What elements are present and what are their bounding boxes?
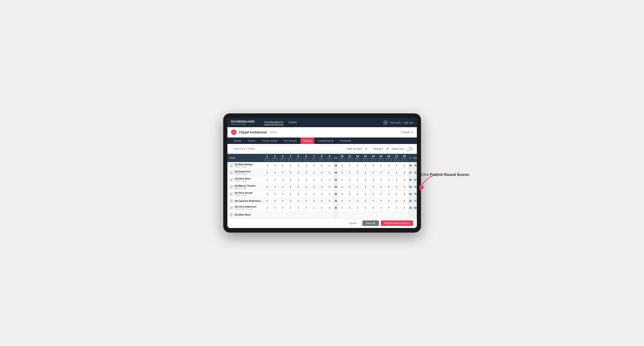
score-in-16[interactable] [385,190,393,198]
score-input-in-13[interactable] [363,207,368,209]
score-out-8[interactable] [318,183,326,190]
score-input-in-15[interactable] [378,207,384,209]
score-in-17[interactable] [393,190,400,198]
score-input-out-5[interactable] [296,207,301,209]
score-input-in-17[interactable] [394,165,399,167]
score-input-out-4[interactable] [288,179,293,181]
score-input-in-14[interactable] [371,186,376,188]
score-input-in-16[interactable] [386,165,391,167]
score-input-in-13[interactable] [363,172,368,174]
score-input-in-11[interactable] [347,193,352,195]
score-input-out-5[interactable] [296,193,301,195]
score-input-out-6[interactable] [304,165,309,167]
score-out-4[interactable] [287,176,294,183]
score-input-in-10[interactable] [340,165,345,167]
score-input-in-13[interactable] [363,213,368,216]
score-in-15[interactable] [377,183,385,190]
score-input-in-18[interactable] [402,200,407,202]
score-out-9[interactable] [326,176,334,183]
score-in-15[interactable] [377,169,385,176]
score-input-in-12[interactable] [355,186,360,188]
score-input-in-12[interactable] [355,172,360,174]
score-out-4[interactable] [287,211,294,218]
score-out-9[interactable] [326,183,334,190]
score-out-5[interactable] [294,162,302,169]
score-in-17[interactable] [393,176,400,183]
score-input-out-8[interactable] [319,207,324,209]
score-out-7[interactable] [310,211,318,218]
score-input-out-2[interactable] [272,186,278,188]
score-input-out-2[interactable] [272,200,278,202]
score-input-out-9[interactable] [327,193,332,195]
score-out-6[interactable] [302,198,310,204]
score-input-in-17[interactable] [394,179,399,181]
score-input-in-15[interactable] [378,172,384,174]
score-in-12[interactable] [354,162,362,169]
score-input-out-6[interactable] [304,200,309,202]
score-input-out-9[interactable] [327,207,332,209]
score-input-out-9[interactable] [327,186,332,188]
score-input-out-1[interactable] [265,207,270,209]
score-input-in-10[interactable] [340,186,345,188]
score-input-in-13[interactable] [363,193,368,195]
score-out-3[interactable] [279,190,287,198]
score-out-5[interactable] [294,211,302,218]
score-input-in-11[interactable] [347,172,352,174]
score-out-9[interactable] [326,190,334,198]
score-out-2[interactable] [271,190,279,198]
score-in-10[interactable] [338,169,346,176]
score-out-8[interactable] [318,169,326,176]
score-out-9[interactable] [326,204,334,211]
score-input-in-16[interactable] [386,186,391,188]
score-in-13[interactable] [362,169,369,176]
score-in-12[interactable] [354,176,362,183]
score-in-11[interactable] [346,176,354,183]
score-input-out-3[interactable] [280,179,285,181]
score-input-in-16[interactable] [386,207,391,209]
score-input-in-17[interactable] [394,213,399,216]
score-input-in-15[interactable] [378,193,384,195]
score-in-13[interactable] [362,183,369,190]
score-input-out-4[interactable] [288,172,293,174]
score-input-in-14[interactable] [371,213,376,216]
score-out-6[interactable] [302,204,310,211]
score-input-out-6[interactable] [304,193,309,195]
score-input-out-8[interactable] [319,186,324,188]
score-out-1[interactable] [263,198,271,204]
score-input-in-16[interactable] [386,179,391,181]
score-input-in-13[interactable] [363,179,368,181]
score-in-14[interactable] [369,162,377,169]
score-out-8[interactable] [318,176,326,183]
score-input-out-7[interactable] [311,186,316,188]
score-input-in-18[interactable] [402,193,407,195]
score-input-out-2[interactable] [272,213,278,216]
score-input-out-4[interactable] [288,207,293,209]
tab-details[interactable]: Details [231,138,244,144]
score-in-11[interactable] [346,198,354,204]
score-in-17[interactable] [393,183,400,190]
score-in-12[interactable] [354,211,362,218]
score-input-in-16[interactable] [386,172,391,174]
score-input-out-1[interactable] [265,179,270,181]
score-in-16[interactable] [385,183,393,190]
score-input-in-11[interactable] [347,165,352,167]
score-input-out-7[interactable] [311,193,316,195]
score-out-4[interactable] [287,183,294,190]
score-input-out-5[interactable] [296,200,301,202]
score-input-in-18[interactable] [402,186,407,188]
score-input-out-2[interactable] [272,193,278,195]
score-out-7[interactable] [310,169,318,176]
score-input-in-12[interactable] [355,213,360,216]
score-input-in-17[interactable] [394,193,399,195]
score-in-13[interactable] [362,176,369,183]
tab-tee-groups[interactable]: Tee Groups [281,138,300,144]
score-in-17[interactable] [393,162,400,169]
score-input-out-8[interactable] [319,193,324,195]
score-in-15[interactable] [377,204,385,211]
score-input-in-12[interactable] [355,207,360,209]
score-input-in-14[interactable] [371,165,376,167]
score-input-out-9[interactable] [327,172,332,174]
score-input-in-14[interactable] [371,172,376,174]
score-out-9[interactable] [326,169,334,176]
score-out-1[interactable] [263,190,271,198]
